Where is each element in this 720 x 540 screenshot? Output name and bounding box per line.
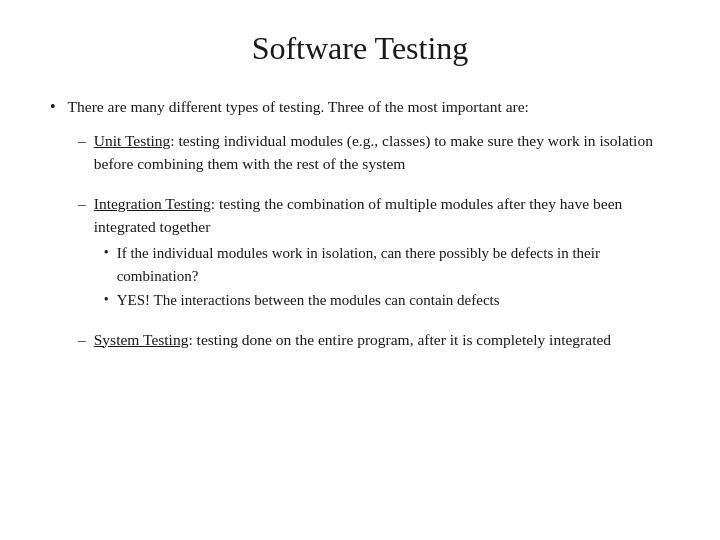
sub-sections: – Unit Testing: testing individual modul…	[78, 129, 670, 351]
nested-bullet-2: •	[104, 289, 109, 310]
slide: Software Testing • There are many differ…	[0, 0, 720, 540]
system-testing-item: – System Testing: testing done on the en…	[78, 328, 670, 351]
slide-title: Software Testing	[50, 30, 670, 67]
bullet-symbol: •	[50, 95, 56, 119]
system-testing-term: System Testing	[94, 331, 189, 348]
unit-testing-term: Unit Testing	[94, 132, 171, 149]
integration-testing-content: Integration Testing: testing the combina…	[94, 192, 670, 312]
nested-text-2: YES! The interactions between the module…	[117, 289, 500, 312]
unit-testing-item: – Unit Testing: testing individual modul…	[78, 129, 670, 176]
system-testing-desc: : testing done on the entire program, af…	[188, 331, 611, 348]
nested-item-1: • If the individual modules work in isol…	[104, 242, 670, 287]
unit-testing-text: Unit Testing: testing individual modules…	[94, 129, 670, 176]
slide-content: • There are many different types of test…	[50, 95, 670, 510]
nested-item-2: • YES! The interactions between the modu…	[104, 289, 670, 312]
integration-nested-bullets: • If the individual modules work in isol…	[104, 242, 670, 312]
dash-2: –	[78, 192, 86, 215]
dash-1: –	[78, 129, 86, 152]
system-testing-text: System Testing: testing done on the enti…	[94, 328, 611, 351]
integration-testing-term: Integration Testing	[94, 195, 211, 212]
nested-bullet-1: •	[104, 242, 109, 263]
dash-3: –	[78, 328, 86, 351]
integration-testing-item: – Integration Testing: testing the combi…	[78, 192, 670, 312]
integration-testing-text: Integration Testing: testing the combina…	[94, 195, 623, 235]
main-bullet-text: There are many different types of testin…	[68, 95, 529, 118]
unit-testing-desc: : testing individual modules (e.g., clas…	[94, 132, 653, 172]
main-bullet: • There are many different types of test…	[50, 95, 670, 119]
nested-text-1: If the individual modules work in isolat…	[117, 242, 670, 287]
